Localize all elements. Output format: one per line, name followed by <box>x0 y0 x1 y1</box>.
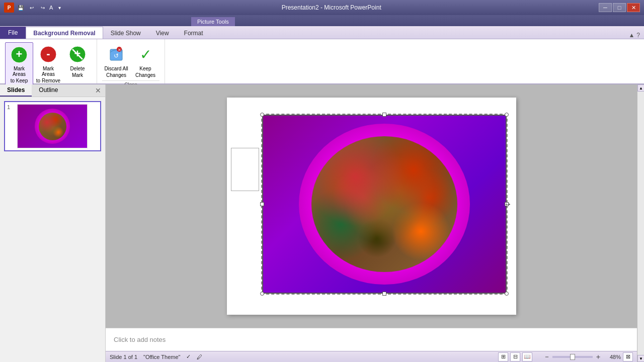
tab-slide-show[interactable]: Slide Show <box>103 27 148 39</box>
ribbon-content: + Mark Areas to Keep - <box>0 39 644 84</box>
svg-text:+: + <box>16 48 23 60</box>
mark-areas-remove-btn[interactable]: - Mark Areas to Remove <box>34 42 62 86</box>
handle-top-right[interactable] <box>505 113 509 117</box>
svg-text:✓: ✓ <box>140 47 151 62</box>
discard-label-line2: Changes <box>106 72 126 78</box>
status-left: Slide 1 of 1 "Office Theme" ✓ 🖊 <box>110 353 202 360</box>
ppt-logo: P <box>4 3 14 13</box>
scroll-up-btn[interactable]: ▲ <box>637 84 644 92</box>
zoom-thumb <box>570 354 575 360</box>
redo-btn[interactable]: ↪ <box>38 3 47 12</box>
tab-file[interactable]: File <box>0 27 26 39</box>
ribbon-group-refine: + Mark Areas to Keep - <box>0 39 97 83</box>
handle-middle-left[interactable] <box>260 202 264 206</box>
accessibility-icon: 🖊 <box>197 354 202 360</box>
mark-remove-icon: - <box>39 45 57 64</box>
status-right: ⊞ ⊟ 📖 － ＋ 48% ⊠ <box>498 352 633 361</box>
mark-keep-label-line2: to Keep <box>11 78 28 83</box>
discard-icon: ↺ ✕ <box>107 45 125 64</box>
spellcheck-icon: ✓ <box>186 353 191 360</box>
fit-slide-btn[interactable]: ⊠ <box>623 352 633 361</box>
app-wrapper: P 💾 ↩ ↪ A ▾ Presentation2 - Microsoft Po… <box>0 0 644 362</box>
customize-label: A <box>49 5 53 11</box>
workarea: Slides Outline ✕ 1 <box>0 84 644 362</box>
slide-item-1[interactable]: 1 <box>4 101 101 151</box>
title-bar: P 💾 ↩ ↪ A ▾ Presentation2 - Microsoft Po… <box>0 0 644 15</box>
collapse-ribbon-btn[interactable]: ▲ <box>628 32 634 39</box>
refine-buttons: + Mark Areas to Keep - <box>5 42 92 86</box>
ribbon-tabs: File Background Removal Slide Show View … <box>0 26 644 39</box>
handle-bottom-right[interactable] <box>505 292 509 296</box>
mark-keep-icon: + <box>10 46 28 64</box>
picture-container[interactable]: ↔ <box>261 114 508 295</box>
handle-top-left[interactable] <box>260 113 264 117</box>
zoom-out-btn[interactable]: － <box>543 352 550 361</box>
ribbon-group-close: ↺ ✕ Discard All Changes ✓ <box>97 39 165 83</box>
text-box-stub <box>231 148 259 191</box>
slide-sorter-btn[interactable]: ⊟ <box>510 352 520 361</box>
mark-keep-icon-wrap: + <box>9 45 29 65</box>
slide-number-1: 1 <box>7 104 14 110</box>
svg-text:✕: ✕ <box>118 48 121 52</box>
zoom-in-btn[interactable]: ＋ <box>595 352 602 361</box>
picture-background <box>262 115 507 294</box>
mark-remove-label-line2: to Remove <box>36 78 60 83</box>
zoom-slider[interactable] <box>552 356 593 358</box>
save-quick-btn[interactable]: 💾 <box>16 3 25 12</box>
keep-changes-icon: ✓ <box>136 45 154 64</box>
discard-icon-wrap: ↺ ✕ <box>106 45 126 65</box>
delete-mark-btn[interactable]: + Delete Mark <box>63 42 92 80</box>
status-bar: Slide 1 of 1 "Office Theme" ✓ 🖊 ⊞ ⊟ 📖 － … <box>106 351 637 362</box>
delete-mark-label-line2: Mark <box>72 72 83 78</box>
close-buttons: ↺ ✕ Discard All Changes ✓ <box>102 42 159 80</box>
customize-btn[interactable]: ▾ <box>55 3 64 12</box>
delete-mark-icon-wrap: + <box>67 45 88 65</box>
mark-areas-keep-btn[interactable]: + Mark Areas to Keep <box>5 42 33 86</box>
keep-changes-icon-wrap: ✓ <box>135 45 155 65</box>
normal-view-btn[interactable]: ⊞ <box>498 352 508 361</box>
reading-view-btn[interactable]: 📖 <box>522 352 532 361</box>
help-btn[interactable]: ? <box>636 32 640 39</box>
window-title: Presentation2 - Microsoft PowerPoint <box>282 4 381 11</box>
handle-top-center[interactable] <box>382 113 386 117</box>
tab-background-removal[interactable]: Background Removal <box>26 27 103 39</box>
maximize-btn[interactable]: □ <box>613 3 626 12</box>
close-btn[interactable]: ✕ <box>627 3 640 12</box>
keep-changes-label-line1: Keep <box>139 66 151 71</box>
zoom-level: 48% <box>604 354 621 360</box>
scroll-down-btn[interactable]: ▼ <box>637 355 644 362</box>
picture-tools-bar: Picture Tools <box>0 15 644 26</box>
slide-thumbnail-1 <box>17 104 88 148</box>
handle-bottom-center[interactable] <box>382 292 386 296</box>
minimize-btn[interactable]: ─ <box>599 3 612 12</box>
discard-label-line1: Discard All <box>104 66 128 71</box>
mark-remove-label-line1: Mark Areas <box>36 66 61 77</box>
keep-changes-label-line2: Changes <box>135 72 155 78</box>
slide-canvas: ↔ <box>227 98 516 315</box>
discard-all-changes-btn[interactable]: ↺ ✕ Discard All Changes <box>102 42 130 80</box>
undo-btn[interactable]: ↩ <box>27 3 36 12</box>
svg-text:↺: ↺ <box>114 52 119 59</box>
right-scrollbar: ▲ ▼ <box>637 84 644 362</box>
tab-slides[interactable]: Slides <box>0 84 32 97</box>
slide-panel: 1 <box>0 97 105 362</box>
scroll-track[interactable] <box>637 92 644 355</box>
tab-outline[interactable]: Outline <box>32 84 65 97</box>
sidebar-close-btn[interactable]: ✕ <box>91 84 105 97</box>
mark-remove-icon-wrap: - <box>38 45 58 65</box>
sidebar-tabs: Slides Outline ✕ <box>0 84 105 97</box>
sidebar: Slides Outline ✕ 1 <box>0 84 106 362</box>
resize-cursor-icon: ↔ <box>504 200 512 209</box>
keep-changes-btn[interactable]: ✓ Keep Changes <box>131 42 159 80</box>
handle-bottom-left[interactable] <box>260 292 264 296</box>
notes-area[interactable]: Click to add notes <box>106 328 637 351</box>
handle-middle-right[interactable]: ↔ <box>505 202 509 206</box>
title-bar-controls: ─ □ ✕ <box>599 3 640 12</box>
title-bar-left: P 💾 ↩ ↪ A ▾ <box>4 3 64 13</box>
tab-view[interactable]: View <box>148 27 177 39</box>
notes-placeholder: Click to add notes <box>114 336 166 343</box>
tab-format[interactable]: Format <box>177 27 211 39</box>
canvas-area[interactable]: ↔ <box>106 84 637 328</box>
salad-image <box>311 136 457 272</box>
main-area: ↔ Click to add notes <box>106 84 637 362</box>
